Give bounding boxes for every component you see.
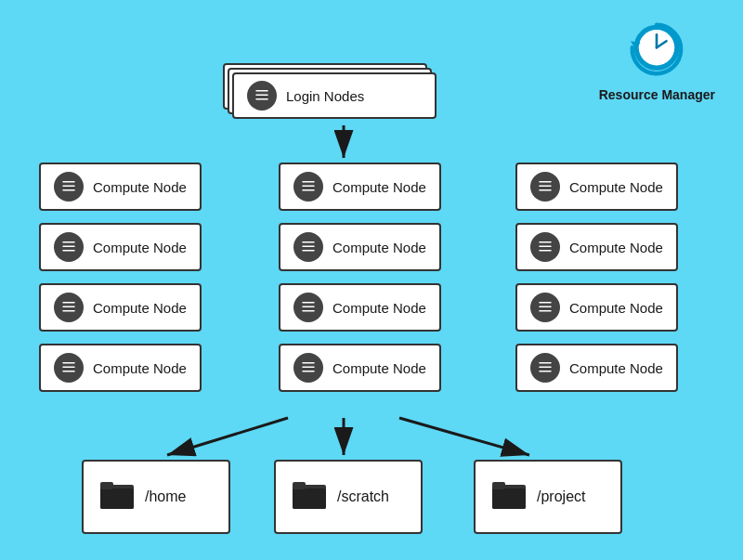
compute-node-2-2: Compute Node <box>515 283 678 332</box>
login-node-label: Login Nodes <box>286 88 364 104</box>
login-node-card: Login Nodes <box>232 72 437 119</box>
svg-rect-28 <box>302 241 315 243</box>
resource-manager-label: Resource Manager <box>599 87 715 102</box>
svg-rect-57 <box>492 482 505 489</box>
svg-rect-25 <box>302 181 315 183</box>
login-node-icon <box>247 81 277 111</box>
svg-rect-42 <box>539 250 552 252</box>
svg-rect-12 <box>255 98 268 100</box>
folder-project: /project <box>474 460 622 534</box>
login-nodes-stack: Login Nodes <box>232 72 437 119</box>
compute-node-1-2: Compute Node <box>279 283 441 332</box>
svg-rect-17 <box>62 246 75 248</box>
folder-project-icon <box>492 479 526 515</box>
compute-node-2-0: Compute Node <box>515 163 678 211</box>
svg-rect-53 <box>293 488 326 509</box>
folder-scratch-icon <box>293 479 326 515</box>
svg-rect-43 <box>539 302 552 304</box>
compute-node-1-3: Compute Node <box>279 344 441 392</box>
folder-home: /home <box>82 460 230 534</box>
compute-node-1-0: Compute Node <box>279 163 441 211</box>
compute-node-0-0: Compute Node <box>39 163 202 211</box>
svg-rect-30 <box>302 250 315 252</box>
svg-rect-23 <box>62 367 75 369</box>
svg-rect-33 <box>302 310 315 312</box>
svg-rect-37 <box>539 181 552 183</box>
svg-rect-38 <box>539 186 552 188</box>
svg-rect-24 <box>62 371 75 372</box>
svg-rect-45 <box>539 310 552 312</box>
svg-rect-50 <box>100 488 134 509</box>
svg-rect-51 <box>100 482 113 489</box>
folder-home-icon <box>100 479 134 515</box>
svg-rect-31 <box>302 302 315 304</box>
svg-rect-13 <box>62 181 75 183</box>
svg-rect-40 <box>539 241 552 243</box>
svg-rect-44 <box>539 306 552 308</box>
compute-node-2-3: Compute Node <box>515 344 678 392</box>
svg-rect-35 <box>302 367 315 369</box>
svg-rect-26 <box>302 186 315 188</box>
resource-manager-logo: Resource Manager <box>599 17 715 102</box>
folder-scratch: /scratch <box>274 460 423 534</box>
svg-rect-32 <box>302 306 315 308</box>
compute-node-1-1: Compute Node <box>279 223 441 271</box>
svg-rect-27 <box>302 189 315 191</box>
svg-rect-15 <box>62 189 75 191</box>
compute-node-2-1: Compute Node <box>515 223 678 271</box>
svg-line-2 <box>167 418 288 455</box>
svg-rect-10 <box>255 90 268 92</box>
svg-rect-29 <box>302 246 315 248</box>
svg-rect-39 <box>539 189 552 191</box>
folder-home-label: /home <box>145 488 186 505</box>
svg-rect-19 <box>62 302 75 304</box>
svg-rect-36 <box>302 371 315 372</box>
svg-rect-18 <box>62 250 75 252</box>
svg-rect-11 <box>255 95 268 97</box>
svg-rect-46 <box>539 362 552 364</box>
compute-node-0-2: Compute Node <box>39 283 202 332</box>
resource-manager-icon <box>624 17 689 82</box>
svg-rect-22 <box>62 362 75 364</box>
svg-line-4 <box>399 418 529 455</box>
diagram-container: Resource Manager Login Nodes Compute Nod… <box>0 0 743 560</box>
svg-rect-54 <box>293 482 306 489</box>
svg-rect-47 <box>539 367 552 369</box>
compute-node-0-3: Compute Node <box>39 344 202 392</box>
svg-rect-21 <box>62 310 75 312</box>
svg-rect-48 <box>539 371 552 372</box>
svg-rect-20 <box>62 306 75 308</box>
svg-rect-16 <box>62 241 75 243</box>
svg-rect-14 <box>62 186 75 188</box>
folder-project-label: /project <box>537 488 585 505</box>
svg-rect-34 <box>302 362 315 364</box>
svg-rect-56 <box>492 488 526 509</box>
folder-scratch-label: /scratch <box>337 488 389 505</box>
compute-node-0-1: Compute Node <box>39 223 202 271</box>
svg-rect-41 <box>539 246 552 248</box>
